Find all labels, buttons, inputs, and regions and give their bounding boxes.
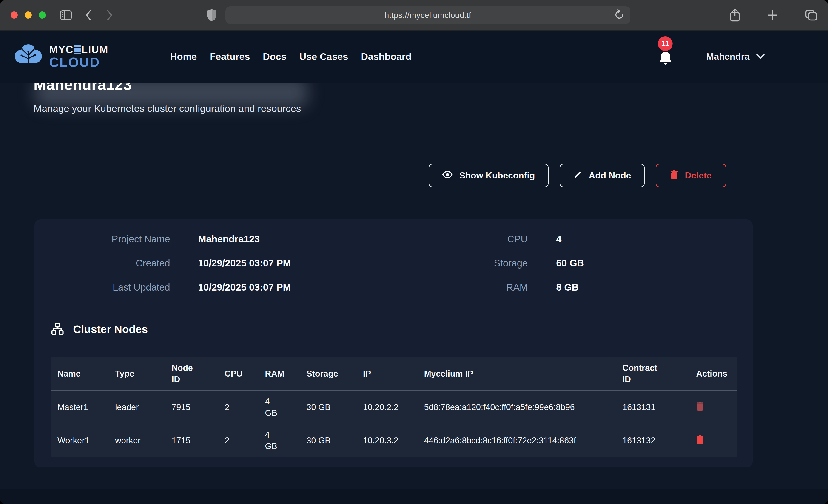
zoom-window-button[interactable] xyxy=(39,11,46,18)
col-cpu: CPU xyxy=(218,357,258,390)
nav-link-use-cases[interactable]: Use Cases xyxy=(299,51,348,62)
cell-storage: 30 GB xyxy=(300,424,356,457)
url-text: https://myceliumcloud.tf xyxy=(384,10,471,20)
info-label: Storage xyxy=(460,258,528,269)
forward-button[interactable] xyxy=(105,9,114,21)
cluster-nodes-table: Name Type Node ID CPU RAM Storage IP Myc… xyxy=(50,357,737,457)
nav-links: Home Features Docs Use Cases Dashboard xyxy=(170,51,411,62)
col-storage: Storage xyxy=(300,357,356,390)
network-nodes-icon xyxy=(51,322,64,336)
show-kubeconfig-button[interactable]: Show Kubeconfig xyxy=(428,164,548,187)
cell-node-id: 7915 xyxy=(165,390,218,424)
address-bar[interactable]: https://myceliumcloud.tf xyxy=(225,6,630,24)
site-navbar: MYCLIUM CLOUD Home Features Docs Use Cas… xyxy=(0,31,828,83)
info-label: Project Name xyxy=(35,234,170,245)
col-mycelium-ip: Mycelium IP xyxy=(417,357,615,390)
cell-cpu: 2 xyxy=(218,390,258,424)
table-header-row: Name Type Node ID CPU RAM Storage IP Myc… xyxy=(50,357,737,390)
logo-e-bars-icon xyxy=(74,45,81,54)
chevron-down-icon xyxy=(756,53,765,60)
cluster-details-card: Project Name Mahendra123 Created 10/29/2… xyxy=(35,219,753,467)
share-icon[interactable] xyxy=(730,8,740,22)
add-node-button[interactable]: Add Node xyxy=(560,164,645,187)
user-name: Mahendra xyxy=(706,51,750,62)
privacy-shield-icon[interactable] xyxy=(207,9,217,22)
col-type: Type xyxy=(108,357,165,390)
table-row: Master1 leader 7915 2 4 GB 30 GB 10.20.2… xyxy=(50,390,737,424)
info-value: 10/29/2025 03:07 PM xyxy=(198,282,291,293)
col-ip: IP xyxy=(356,357,417,390)
info-label: Created xyxy=(35,258,170,269)
browser-window: https://myceliumcloud.tf xyxy=(0,0,828,504)
cluster-info-left: Project Name Mahendra123 Created 10/29/2… xyxy=(35,234,291,293)
close-window-button[interactable] xyxy=(10,11,18,18)
back-button[interactable] xyxy=(84,9,93,21)
user-menu[interactable]: Mahendra xyxy=(706,51,765,62)
page-footer-band xyxy=(0,489,828,504)
delete-node-button[interactable] xyxy=(696,402,704,411)
nav-link-features[interactable]: Features xyxy=(210,51,250,62)
delete-node-button[interactable] xyxy=(696,435,704,445)
col-name: Name xyxy=(50,357,108,390)
logo-line1: MYCLIUM xyxy=(49,44,109,55)
cloud-logo-icon xyxy=(13,43,43,70)
eye-icon xyxy=(442,170,453,180)
cell-type: leader xyxy=(108,390,165,424)
cell-actions xyxy=(689,424,737,457)
new-tab-icon[interactable] xyxy=(767,9,778,21)
info-label: RAM xyxy=(460,282,528,293)
cell-cpu: 2 xyxy=(218,424,258,457)
cell-name: Master1 xyxy=(50,390,108,424)
page-subtitle: Manage your Kubernetes cluster configura… xyxy=(34,103,301,114)
nav-link-docs[interactable]: Docs xyxy=(263,51,287,62)
notifications-button[interactable]: 11 xyxy=(658,46,673,67)
trash-icon xyxy=(670,170,678,181)
delete-cluster-button[interactable]: Delete xyxy=(656,164,726,187)
cell-contract-id: 1613132 xyxy=(615,424,689,457)
browser-toolbar: https://myceliumcloud.tf xyxy=(0,0,828,31)
info-value: 4 xyxy=(556,234,584,245)
info-label: Last Updated xyxy=(35,282,170,293)
cell-mycelium-ip: 446:d2a6:8bcd:8c16:ff0f:72e2:3114:863f xyxy=(417,424,615,457)
cell-mycelium-ip: 5d8:78ea:a120:f40c:ff0f:a5fe:99e6:8b96 xyxy=(417,390,615,424)
cell-ram: 4 GB xyxy=(258,424,300,457)
cell-ip: 10.20.2.2 xyxy=(356,390,417,424)
col-ram: RAM xyxy=(258,357,300,390)
pencil-icon xyxy=(573,170,582,181)
mycelium-cloud-logo[interactable]: MYCLIUM CLOUD xyxy=(13,43,109,70)
cell-storage: 30 GB xyxy=(300,390,356,424)
table-row: Worker1 worker 1715 2 4 GB 30 GB 10.20.3… xyxy=(50,424,737,457)
info-value: Mahendra123 xyxy=(198,234,291,245)
bell-icon xyxy=(658,51,673,67)
cluster-nodes-heading: Cluster Nodes xyxy=(51,322,148,336)
col-contract-id: Contract ID xyxy=(615,357,689,390)
cell-ram: 4 GB xyxy=(258,390,300,424)
cell-ip: 10.20.3.2 xyxy=(356,424,417,457)
reload-icon[interactable] xyxy=(615,9,624,21)
nav-link-dashboard[interactable]: Dashboard xyxy=(361,51,411,62)
traffic-lights xyxy=(10,11,46,18)
notification-badge: 11 xyxy=(658,36,673,51)
info-value: 10/29/2025 03:07 PM xyxy=(198,258,291,269)
nav-link-home[interactable]: Home xyxy=(170,51,197,62)
info-label: CPU xyxy=(460,234,528,245)
sidebar-toggle-icon[interactable] xyxy=(60,10,72,20)
cell-actions xyxy=(689,390,737,424)
info-value: 8 GB xyxy=(556,282,584,293)
cell-contract-id: 1613131 xyxy=(615,390,689,424)
cell-node-id: 1715 xyxy=(165,424,218,457)
minimize-window-button[interactable] xyxy=(25,11,32,18)
info-value: 60 GB xyxy=(556,258,584,269)
cluster-actions: Show Kubeconfig Add Node Delete xyxy=(428,164,726,187)
cell-name: Worker1 xyxy=(50,424,108,457)
tab-overview-icon[interactable] xyxy=(805,9,818,21)
cell-type: worker xyxy=(108,424,165,457)
col-actions: Actions xyxy=(689,357,737,390)
logo-line2: CLOUD xyxy=(49,55,109,69)
col-node-id: Node ID xyxy=(165,357,218,390)
cluster-info-right: CPU 4 Storage 60 GB RAM 8 GB xyxy=(460,234,584,293)
